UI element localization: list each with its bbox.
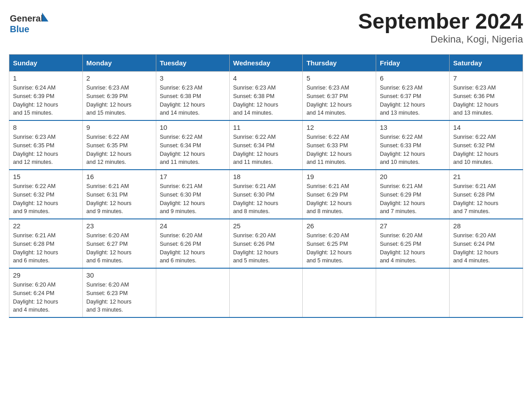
calendar-cell: 1Sunrise: 6:24 AMSunset: 6:39 PMDaylight… <box>9 72 83 121</box>
day-info: Sunrise: 6:20 AMSunset: 6:27 PMDaylight:… <box>86 231 152 265</box>
day-info: Sunrise: 6:20 AMSunset: 6:26 PMDaylight:… <box>233 231 299 265</box>
day-number: 3 <box>160 74 226 82</box>
page-header: General Blue September 2024 Dekina, Kogi… <box>9 9 523 45</box>
day-number: 8 <box>13 124 79 131</box>
calendar-cell <box>303 268 376 317</box>
calendar-cell: 4Sunrise: 6:23 AMSunset: 6:38 PMDaylight… <box>229 72 303 121</box>
calendar-cell: 24Sunrise: 6:20 AMSunset: 6:26 PMDayligh… <box>156 219 229 268</box>
calendar-cell: 29Sunrise: 6:20 AMSunset: 6:24 PMDayligh… <box>9 268 83 317</box>
calendar-cell <box>450 268 523 317</box>
weekday-header-thursday: Thursday <box>303 55 376 72</box>
day-number: 29 <box>13 271 79 279</box>
day-info: Sunrise: 6:22 AMSunset: 6:34 PMDaylight:… <box>233 133 299 167</box>
day-number: 30 <box>86 271 152 279</box>
day-number: 24 <box>160 222 226 230</box>
day-info: Sunrise: 6:23 AMSunset: 6:35 PMDaylight:… <box>13 133 79 167</box>
calendar-cell: 27Sunrise: 6:20 AMSunset: 6:25 PMDayligh… <box>376 219 450 268</box>
day-info: Sunrise: 6:23 AMSunset: 6:38 PMDaylight:… <box>160 84 226 117</box>
month-title: September 2024 <box>358 9 523 34</box>
day-info: Sunrise: 6:22 AMSunset: 6:35 PMDaylight:… <box>86 133 152 167</box>
day-number: 20 <box>380 173 446 180</box>
day-info: Sunrise: 6:20 AMSunset: 6:23 PMDaylight:… <box>86 281 152 314</box>
calendar-cell: 18Sunrise: 6:21 AMSunset: 6:30 PMDayligh… <box>229 170 303 219</box>
calendar-cell: 17Sunrise: 6:21 AMSunset: 6:30 PMDayligh… <box>156 170 229 219</box>
week-row-4: 22Sunrise: 6:21 AMSunset: 6:28 PMDayligh… <box>9 219 523 268</box>
calendar-cell: 19Sunrise: 6:21 AMSunset: 6:29 PMDayligh… <box>303 170 376 219</box>
calendar-cell: 8Sunrise: 6:23 AMSunset: 6:35 PMDaylight… <box>9 120 83 170</box>
weekday-header-wednesday: Wednesday <box>229 55 303 72</box>
day-info: Sunrise: 6:22 AMSunset: 6:32 PMDaylight:… <box>13 182 79 216</box>
day-number: 28 <box>453 222 519 230</box>
calendar-cell: 7Sunrise: 6:23 AMSunset: 6:36 PMDaylight… <box>450 72 523 121</box>
weekday-header-tuesday: Tuesday <box>156 55 229 72</box>
day-info: Sunrise: 6:21 AMSunset: 6:30 PMDaylight:… <box>160 182 226 216</box>
day-number: 25 <box>233 222 299 230</box>
calendar-table: SundayMondayTuesdayWednesdayThursdayFrid… <box>9 54 523 318</box>
calendar-cell: 30Sunrise: 6:20 AMSunset: 6:23 PMDayligh… <box>82 268 156 317</box>
calendar-cell: 2Sunrise: 6:23 AMSunset: 6:39 PMDaylight… <box>82 72 156 121</box>
day-number: 12 <box>306 124 372 131</box>
svg-text:Blue: Blue <box>10 24 29 34</box>
calendar-cell: 28Sunrise: 6:20 AMSunset: 6:24 PMDayligh… <box>450 219 523 268</box>
calendar-cell: 3Sunrise: 6:23 AMSunset: 6:38 PMDaylight… <box>156 72 229 121</box>
weekday-header-friday: Friday <box>376 55 450 72</box>
calendar-cell: 14Sunrise: 6:22 AMSunset: 6:32 PMDayligh… <box>450 120 523 170</box>
weekday-header-row: SundayMondayTuesdayWednesdayThursdayFrid… <box>9 55 523 72</box>
day-number: 4 <box>233 74 299 82</box>
day-info: Sunrise: 6:20 AMSunset: 6:25 PMDaylight:… <box>380 231 446 265</box>
weekday-header-monday: Monday <box>82 55 156 72</box>
day-info: Sunrise: 6:20 AMSunset: 6:26 PMDaylight:… <box>160 231 226 265</box>
day-number: 23 <box>86 222 152 230</box>
day-number: 9 <box>86 124 152 131</box>
svg-marker-1 <box>42 13 48 21</box>
day-info: Sunrise: 6:21 AMSunset: 6:30 PMDaylight:… <box>233 182 299 216</box>
day-number: 27 <box>380 222 446 230</box>
day-number: 26 <box>306 222 372 230</box>
day-info: Sunrise: 6:23 AMSunset: 6:39 PMDaylight:… <box>86 84 152 117</box>
day-number: 6 <box>380 74 446 82</box>
day-info: Sunrise: 6:22 AMSunset: 6:32 PMDaylight:… <box>453 133 519 167</box>
calendar-cell <box>376 268 450 317</box>
day-number: 7 <box>453 74 519 82</box>
day-info: Sunrise: 6:24 AMSunset: 6:39 PMDaylight:… <box>13 84 79 117</box>
day-info: Sunrise: 6:23 AMSunset: 6:36 PMDaylight:… <box>453 84 519 117</box>
day-info: Sunrise: 6:20 AMSunset: 6:24 PMDaylight:… <box>453 231 519 265</box>
weekday-header-saturday: Saturday <box>450 55 523 72</box>
calendar-cell: 12Sunrise: 6:22 AMSunset: 6:33 PMDayligh… <box>303 120 376 170</box>
week-row-3: 15Sunrise: 6:22 AMSunset: 6:32 PMDayligh… <box>9 170 523 219</box>
calendar-cell: 11Sunrise: 6:22 AMSunset: 6:34 PMDayligh… <box>229 120 303 170</box>
day-number: 19 <box>306 173 372 180</box>
day-number: 1 <box>13 74 79 82</box>
day-info: Sunrise: 6:22 AMSunset: 6:33 PMDaylight:… <box>306 133 372 167</box>
calendar-cell: 22Sunrise: 6:21 AMSunset: 6:28 PMDayligh… <box>9 219 83 268</box>
day-info: Sunrise: 6:23 AMSunset: 6:37 PMDaylight:… <box>380 84 446 117</box>
day-number: 18 <box>233 173 299 180</box>
day-number: 2 <box>86 74 152 82</box>
day-number: 14 <box>453 124 519 131</box>
calendar-cell: 21Sunrise: 6:21 AMSunset: 6:28 PMDayligh… <box>450 170 523 219</box>
day-number: 16 <box>86 173 152 180</box>
calendar-cell: 6Sunrise: 6:23 AMSunset: 6:37 PMDaylight… <box>376 72 450 121</box>
day-info: Sunrise: 6:21 AMSunset: 6:31 PMDaylight:… <box>86 182 152 216</box>
day-info: Sunrise: 6:20 AMSunset: 6:25 PMDaylight:… <box>306 231 372 265</box>
day-info: Sunrise: 6:20 AMSunset: 6:24 PMDaylight:… <box>13 281 79 314</box>
day-number: 21 <box>453 173 519 180</box>
calendar-cell: 10Sunrise: 6:22 AMSunset: 6:34 PMDayligh… <box>156 120 229 170</box>
week-row-2: 8Sunrise: 6:23 AMSunset: 6:35 PMDaylight… <box>9 120 523 170</box>
logo: General Blue <box>9 9 49 38</box>
day-info: Sunrise: 6:22 AMSunset: 6:33 PMDaylight:… <box>380 133 446 167</box>
day-info: Sunrise: 6:21 AMSunset: 6:28 PMDaylight:… <box>453 182 519 216</box>
day-number: 11 <box>233 124 299 131</box>
calendar-cell: 9Sunrise: 6:22 AMSunset: 6:35 PMDaylight… <box>82 120 156 170</box>
day-info: Sunrise: 6:23 AMSunset: 6:38 PMDaylight:… <box>233 84 299 117</box>
svg-text:General: General <box>10 13 43 23</box>
location-title: Dekina, Kogi, Nigeria <box>358 34 523 45</box>
day-info: Sunrise: 6:22 AMSunset: 6:34 PMDaylight:… <box>160 133 226 167</box>
day-number: 22 <box>13 222 79 230</box>
day-number: 10 <box>160 124 226 131</box>
calendar-cell: 23Sunrise: 6:20 AMSunset: 6:27 PMDayligh… <box>82 219 156 268</box>
day-number: 15 <box>13 173 79 180</box>
week-row-1: 1Sunrise: 6:24 AMSunset: 6:39 PMDaylight… <box>9 72 523 121</box>
logo-svg: General Blue <box>9 9 49 38</box>
weekday-header-sunday: Sunday <box>9 55 83 72</box>
